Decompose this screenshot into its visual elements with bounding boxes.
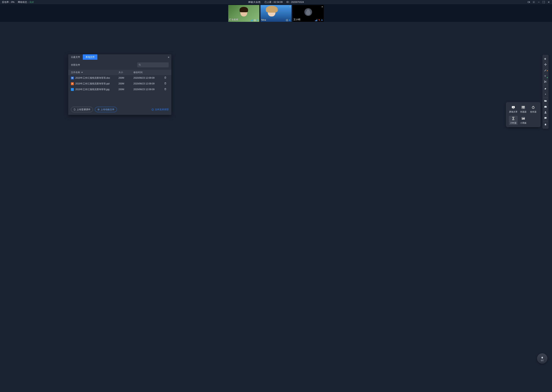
timer-button[interactable]: 计时器 — [509, 116, 518, 125]
session-id-label: ID： — [286, 1, 291, 3]
table-row[interactable]: W2019年工作汇报情况查询等等.doc200M2020/06/23 12:09… — [68, 75, 171, 81]
delete-file-icon[interactable] — [164, 77, 167, 79]
network-value: 良好 — [29, 1, 34, 3]
folder-tool-icon[interactable] — [542, 98, 549, 104]
svg-point-11 — [545, 112, 546, 112]
col-time-header[interactable]: 修改时间 — [133, 71, 164, 74]
svg-point-8 — [544, 82, 545, 83]
raise-hand-badge[interactable]: 0/2 — [537, 353, 547, 364]
participant-name: Nina — [261, 19, 266, 21]
file-size: 200M — [118, 77, 133, 79]
raise-hand-count: 0/2 — [541, 359, 544, 362]
svg-line-23 — [140, 65, 141, 66]
upload-animated-button[interactable]: 上传动效文件 — [95, 107, 117, 112]
timer-icon — [511, 116, 516, 121]
minimize-icon[interactable] — [537, 1, 540, 3]
supported-types-label: 文件支持类型 — [155, 108, 169, 111]
col-name-header[interactable]: 文件名称 — [71, 71, 118, 74]
toolbox-icon[interactable] — [542, 104, 549, 110]
bell-icon[interactable] — [542, 122, 549, 128]
modal-close-icon[interactable]: × — [168, 56, 169, 59]
video-tile[interactable]: × 王小明 — [293, 5, 324, 22]
text-tool-icon[interactable]: T — [542, 73, 549, 79]
file-type-icon: P — [71, 82, 74, 85]
screen-share-button[interactable]: 屏幕共享 — [509, 105, 518, 114]
svg-point-1 — [533, 2, 534, 2]
text-color-indicator — [547, 77, 548, 78]
laser-pointer-icon[interactable] — [542, 56, 549, 62]
mic-on-icon — [256, 19, 259, 21]
network-label: 网络状态： — [18, 1, 29, 3]
camera-status-icon — [254, 19, 256, 21]
responder-icon — [531, 105, 536, 110]
table-row[interactable]: 2019年工作汇报情况查询等等.jpg200M2020/06/23 12:09:… — [68, 86, 171, 92]
camera-status-icon — [286, 19, 288, 21]
blackboard-button[interactable]: 2+3 小黑板 — [519, 116, 528, 125]
tile-close-icon[interactable]: × — [289, 5, 291, 8]
timer-label: 计时器 — [510, 122, 516, 124]
svg-rect-10 — [544, 106, 547, 108]
file-name: 2019年工作汇报情况查询等等.ppt — [75, 82, 110, 85]
supported-types-link[interactable]: 文件支持类型 — [152, 108, 169, 111]
participant-name: 叮当老师 — [229, 18, 238, 21]
svg-point-7 — [544, 81, 545, 81]
file-modal: 云盘文件 本地文件 × 全部文件 文件名称 大小 修改时间 W2019年工作汇报… — [68, 54, 171, 115]
file-list: W2019年工作汇报情况查询等等.doc200M2020/06/23 12:09… — [68, 75, 171, 92]
svg-rect-16 — [523, 108, 525, 109]
elapsed-label: 已上课： — [264, 1, 274, 3]
file-time: 2020/06/23 12:09:09 — [133, 88, 164, 91]
upload-animated-label: 上传动效文件 — [101, 108, 114, 111]
pen-tool-icon[interactable] — [542, 67, 549, 73]
svg-rect-0 — [528, 1, 529, 3]
upload-normal-button[interactable]: 上传普通课件 — [71, 107, 93, 112]
blackboard-label: 小黑板 — [520, 122, 527, 124]
blackboard-icon: 2+3 — [521, 116, 526, 121]
video-tile[interactable]: × Nina — [261, 5, 291, 22]
chat-icon[interactable] — [542, 115, 549, 121]
search-icon — [138, 63, 141, 66]
eraser-tool-icon[interactable] — [542, 85, 549, 91]
svg-point-19 — [532, 106, 534, 109]
tile-close-icon[interactable]: × — [321, 5, 323, 8]
fullscreen-icon[interactable] — [542, 1, 545, 3]
search-input-wrap — [137, 63, 169, 67]
file-type-icon: W — [71, 77, 74, 79]
search-input[interactable] — [137, 63, 169, 67]
camera-toggle-icon[interactable] — [527, 1, 530, 3]
responder-button[interactable]: 抢答器 — [529, 105, 538, 114]
sort-caret-icon — [81, 72, 83, 73]
breadcrumb-all-files[interactable]: 全部文件 — [71, 63, 80, 67]
brightness-icon[interactable] — [542, 91, 549, 97]
table-row[interactable]: P2019年工作汇报情况查询等等.ppt200M2020/06/23 12:09… — [68, 81, 171, 86]
tools-popup: 屏幕共享 AB 答题器 抢答器 计时器 2+3 小黑板 — [506, 102, 540, 127]
elapsed-value: 02:34:09 — [274, 1, 283, 3]
col-size-header[interactable]: 大小 — [118, 71, 133, 74]
scissors-tool-icon[interactable] — [542, 79, 549, 84]
participant-name: 王小明 — [293, 18, 300, 21]
mic-on-icon — [289, 19, 291, 21]
pen-color-indicator — [547, 70, 548, 71]
users-icon[interactable] — [542, 110, 549, 115]
file-size: 200M — [118, 82, 133, 85]
settings-icon[interactable] — [532, 1, 535, 3]
quiz-button[interactable]: AB 答题器 — [519, 105, 528, 114]
session-id-value: 2020070324 — [291, 1, 304, 3]
packet-loss-label: 丢包率： — [2, 1, 11, 3]
close-icon[interactable] — [547, 1, 550, 3]
delete-file-icon[interactable] — [164, 83, 167, 85]
tab-local-files[interactable]: 本地文件 — [83, 54, 97, 60]
svg-text:B: B — [524, 106, 524, 107]
svg-text:A: A — [522, 106, 523, 107]
svg-point-22 — [139, 64, 140, 65]
file-name: 2019年工作汇报情况查询等等.doc — [75, 76, 110, 80]
mic-muted-icon — [318, 19, 320, 21]
volume-indicator-icon — [315, 19, 317, 21]
file-name: 2019年工作汇报情况查询等等.jpg — [75, 88, 109, 91]
move-tool-icon[interactable] — [542, 62, 549, 67]
video-tile[interactable]: 叮当老师 — [228, 5, 259, 22]
file-size: 200M — [118, 88, 133, 91]
video-strip: 叮当老师 × Nina × 王小明 — [0, 4, 552, 22]
delete-file-icon[interactable] — [164, 88, 167, 91]
tab-cloud-files[interactable]: 云盘文件 — [68, 54, 83, 60]
play-circle-icon — [97, 108, 100, 111]
